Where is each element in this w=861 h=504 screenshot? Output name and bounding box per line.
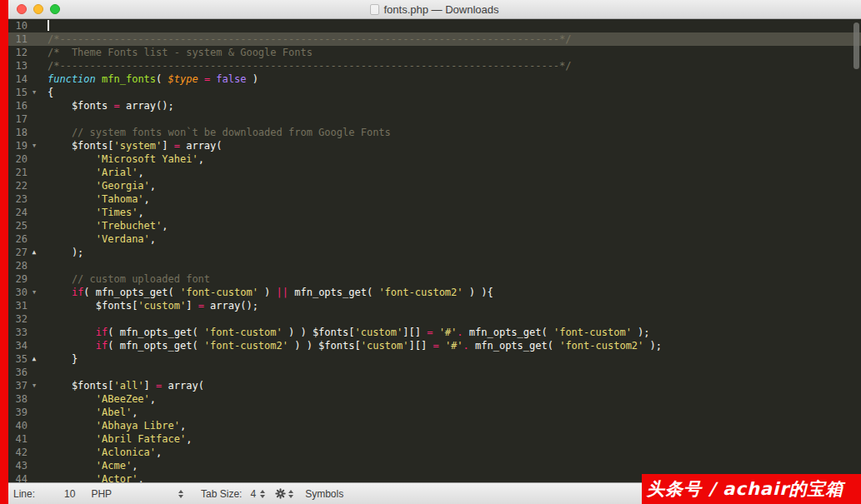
- code-text: [41, 112, 48, 126]
- fold-gutter: [28, 312, 41, 326]
- line-number: 39: [8, 406, 28, 419]
- code-text: [41, 259, 48, 272]
- line-label: Line:: [13, 488, 35, 500]
- fold-gutter: [28, 206, 41, 219]
- code-lines: 1011/*----------------------------------…: [8, 19, 861, 482]
- code-line[interactable]: 43 'Acme',: [8, 459, 861, 472]
- code-text: {: [41, 86, 53, 99]
- code-line[interactable]: 21 'Arial',: [8, 166, 861, 179]
- watermark-banner: 头条号 / achair的宝箱: [642, 474, 861, 504]
- code-line[interactable]: 38 'ABeeZee',: [8, 392, 861, 406]
- code-text: 'Arial',: [41, 166, 144, 179]
- fold-gutter: [28, 366, 41, 379]
- fold-up-icon[interactable]: ▲: [28, 352, 41, 366]
- fold-gutter: [28, 179, 41, 192]
- watermark-text: 头条号 / achair的宝箱: [647, 477, 844, 501]
- fold-gutter: [28, 192, 41, 206]
- code-line[interactable]: 11/*------------------------------------…: [8, 32, 861, 46]
- line-number: 43: [8, 459, 28, 472]
- code-text: if( mfn_opts_get( 'font-custom' ) ) $fon…: [41, 326, 650, 339]
- symbols-button[interactable]: Symbols: [305, 488, 343, 500]
- code-line[interactable]: 42 'Aclonica',: [8, 446, 861, 459]
- code-line[interactable]: 33 if( mfn_opts_get( 'font-custom' ) ) $…: [8, 326, 861, 339]
- code-line[interactable]: 16 $fonts = array();: [8, 99, 861, 112]
- gear-stepper-icon[interactable]: [288, 490, 293, 498]
- code-line[interactable]: 25 'Trebuchet',: [8, 219, 861, 232]
- line-number: 30: [8, 286, 28, 299]
- code-line[interactable]: 17: [8, 112, 861, 126]
- code-line[interactable]: 23 'Tahoma',: [8, 192, 861, 206]
- tab-size-value[interactable]: 4: [250, 488, 256, 500]
- traffic-lights: [17, 4, 67, 14]
- code-line[interactable]: 34 if( mfn_opts_get( 'font-custom2' ) ) …: [8, 339, 861, 352]
- line-number: 31: [8, 299, 28, 312]
- line-number: 42: [8, 446, 28, 459]
- code-line[interactable]: 31 $fonts['custom'] = array();: [8, 299, 861, 312]
- fold-up-icon[interactable]: ▲: [28, 246, 41, 259]
- code-text: 'ABeeZee',: [41, 392, 156, 406]
- code-line[interactable]: 37▼ $fonts['all'] = array(: [8, 379, 861, 392]
- line-number: 14: [8, 72, 28, 86]
- tab-size-stepper-icon[interactable]: [260, 490, 265, 498]
- code-line[interactable]: 20 'Microsoft Yahei',: [8, 152, 861, 166]
- code-text: /* Theme Fonts list - system & Google Fo…: [41, 46, 313, 59]
- fold-gutter: [28, 459, 41, 472]
- syntax-stepper-icon[interactable]: [178, 490, 183, 498]
- code-text: 'Acme',: [41, 459, 138, 472]
- fold-gutter: [28, 46, 41, 59]
- line-number: 19: [8, 139, 28, 152]
- line-number: 18: [8, 126, 28, 139]
- code-line[interactable]: 35▲ }: [8, 352, 861, 366]
- code-line[interactable]: 22 'Georgia',: [8, 179, 861, 192]
- code-line[interactable]: 24 'Times',: [8, 206, 861, 219]
- code-line[interactable]: 32: [8, 312, 861, 326]
- code-line[interactable]: 27▲ );: [8, 246, 861, 259]
- code-line[interactable]: 40 'Abhaya Libre',: [8, 419, 861, 432]
- code-line[interactable]: 29 // custom uploaded font: [8, 272, 861, 286]
- code-editor[interactable]: 1011/*----------------------------------…: [8, 19, 861, 482]
- line-number: 40: [8, 419, 28, 432]
- zoom-button[interactable]: [50, 4, 60, 14]
- fold-down-icon[interactable]: ▼: [28, 286, 41, 299]
- syntax-selector[interactable]: PHP: [91, 488, 112, 500]
- close-button[interactable]: [17, 4, 27, 14]
- code-line[interactable]: 18 // system fonts won`t be downloaded f…: [8, 126, 861, 139]
- code-text: 'Microsoft Yahei',: [41, 152, 204, 166]
- fold-gutter: [28, 272, 41, 286]
- line-number: 13: [8, 59, 28, 72]
- code-line[interactable]: 14function mfn_fonts( $type = false ): [8, 72, 861, 86]
- title-bar[interactable]: fonts.php — Downloads: [8, 0, 861, 19]
- code-line[interactable]: 41 'Abril Fatface',: [8, 432, 861, 446]
- code-line[interactable]: 39 'Abel',: [8, 406, 861, 419]
- fold-down-icon[interactable]: ▼: [28, 139, 41, 152]
- code-text: if( mfn_opts_get( 'font-custom' ) || mfn…: [41, 286, 493, 299]
- code-text: // system fonts won`t be downloaded from…: [41, 126, 391, 139]
- code-text: $fonts['all'] = array(: [41, 379, 204, 392]
- text-cursor: [48, 20, 49, 31]
- gear-icon[interactable]: [275, 488, 286, 499]
- code-line[interactable]: 19▼ $fonts['system'] = array(: [8, 139, 861, 152]
- code-line[interactable]: 36: [8, 366, 861, 379]
- code-line[interactable]: 13/*------------------------------------…: [8, 59, 861, 72]
- code-text: /*--------------------------------------…: [41, 59, 572, 72]
- fold-down-icon[interactable]: ▼: [28, 86, 41, 99]
- code-text: 'Verdana',: [41, 232, 156, 246]
- code-text: );: [41, 246, 83, 259]
- fold-gutter: [28, 406, 41, 419]
- fold-down-icon[interactable]: ▼: [28, 379, 41, 392]
- fold-gutter: [28, 299, 41, 312]
- code-line[interactable]: 26 'Verdana',: [8, 232, 861, 246]
- fold-gutter: [28, 472, 41, 482]
- window-title: fonts.php — Downloads: [383, 3, 498, 16]
- code-line[interactable]: 10: [8, 19, 861, 32]
- code-line[interactable]: 12/* Theme Fonts list - system & Google …: [8, 46, 861, 59]
- minimize-button[interactable]: [33, 4, 43, 14]
- code-text: 'Abril Fatface',: [41, 432, 192, 446]
- code-line[interactable]: 28: [8, 259, 861, 272]
- code-line[interactable]: 15▼{: [8, 86, 861, 99]
- fold-gutter: [28, 326, 41, 339]
- vertical-scrollbar-thumb[interactable]: [853, 22, 859, 69]
- code-text: 'Abhaya Libre',: [41, 419, 186, 432]
- code-line[interactable]: 30▼ if( mfn_opts_get( 'font-custom' ) ||…: [8, 286, 861, 299]
- line-number: 27: [8, 246, 28, 259]
